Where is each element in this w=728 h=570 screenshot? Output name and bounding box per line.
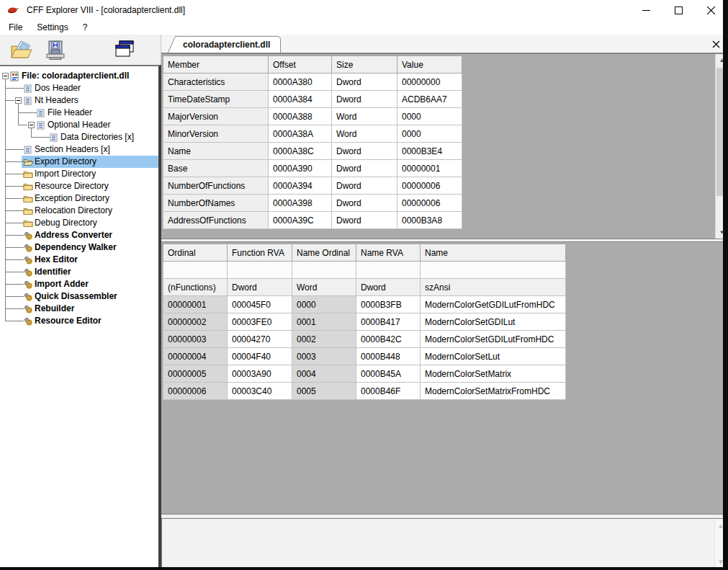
table-cell[interactable]: 00004270 bbox=[228, 331, 292, 348]
empty-header-cell bbox=[163, 262, 228, 279]
tree-item-exception-directory[interactable]: Exception Directory bbox=[0, 192, 158, 205]
left-column: File: coloradapterclient.dllDos HeaderNt… bbox=[0, 35, 161, 570]
table-cell[interactable]: 00000000 bbox=[397, 74, 462, 91]
tree-item-dependency-walker[interactable]: Dependency Walker bbox=[0, 241, 158, 254]
table-cell[interactable]: 0000B3E4 bbox=[397, 143, 462, 160]
table-cell: 0004 bbox=[292, 365, 356, 383]
tree-item-label: Resource Editor bbox=[35, 315, 102, 327]
tree-item-relocation-directory[interactable]: Relocation Directory bbox=[0, 205, 158, 217]
tree-item-file-header[interactable]: File Header bbox=[0, 107, 158, 119]
table-cell[interactable]: 00003C40 bbox=[228, 383, 292, 400]
tab-close-icon[interactable] bbox=[711, 39, 721, 49]
tree-item-rebuilder[interactable]: Rebuilder bbox=[0, 303, 158, 315]
table-cell[interactable]: 0000 bbox=[397, 108, 462, 125]
table-cell[interactable]: 0000B3A8 bbox=[397, 212, 462, 229]
table-cell[interactable]: 0000B42C bbox=[356, 331, 421, 348]
table-cell[interactable]: 0000B448 bbox=[356, 348, 421, 365]
folder-icon bbox=[23, 182, 32, 191]
table-cell[interactable]: ModernColorGetGDILutFromHDC bbox=[421, 296, 566, 313]
file-icon bbox=[10, 71, 19, 81]
table-cell[interactable]: 0000A390 bbox=[269, 160, 332, 177]
table-cell[interactable]: 0000 bbox=[397, 125, 462, 143]
export-functions-table: OrdinalFunction RVAName OrdinalName RVAN… bbox=[163, 244, 566, 400]
table-cell[interactable]: Dword bbox=[332, 74, 397, 91]
table-cell[interactable]: ModernColorSetGDILutFromHDC bbox=[421, 331, 566, 348]
table-cell[interactable]: Dword bbox=[332, 195, 397, 212]
tree-item-label: Dependency Walker bbox=[35, 241, 117, 254]
open-file-button[interactable] bbox=[9, 39, 35, 61]
tree-item-identifier[interactable]: Identifier bbox=[0, 266, 158, 278]
windows-cascade-button[interactable] bbox=[112, 39, 135, 61]
minimize-button[interactable] bbox=[642, 6, 650, 14]
maximize-button[interactable] bbox=[674, 6, 683, 14]
tree-item-import-adder[interactable]: Import Adder bbox=[0, 278, 158, 290]
table-row: 0000000500003A9000040000B45AModernColorS… bbox=[163, 365, 566, 383]
table-cell[interactable]: 0000B3FB bbox=[356, 296, 421, 313]
table-cell[interactable]: 0000A380 bbox=[269, 74, 332, 91]
document-tab-strip: coloradapterclient.dll bbox=[161, 35, 728, 53]
table-cell[interactable]: ModernColorSetGDILut bbox=[421, 313, 566, 331]
table-cell[interactable]: ACDB6AA7 bbox=[397, 91, 462, 108]
tree-item-address-converter[interactable]: Address Converter bbox=[0, 229, 158, 241]
table-cell[interactable]: 00004F40 bbox=[228, 348, 292, 365]
table-cell[interactable]: 0000A38A bbox=[269, 125, 332, 143]
tree-item-nt-headers[interactable]: Nt Headers bbox=[0, 94, 158, 107]
tree-item-file-coloradapterclient-dll[interactable]: File: coloradapterclient.dll bbox=[0, 70, 158, 82]
table-cell[interactable]: 0000B46F bbox=[356, 383, 421, 400]
table-cell[interactable]: 0000B45A bbox=[356, 365, 421, 383]
table-cell[interactable]: Dword bbox=[332, 143, 397, 160]
table-cell[interactable]: 000045F0 bbox=[228, 296, 292, 313]
tree-item-quick-disassembler[interactable]: Quick Disassembler bbox=[0, 290, 158, 303]
table-cell: Base bbox=[163, 160, 269, 177]
tree-item-section-headers-x[interactable]: Section Headers [x] bbox=[0, 143, 158, 156]
table-cell[interactable]: 00000006 bbox=[397, 195, 462, 212]
tree-item-dos-header[interactable]: Dos Header bbox=[0, 82, 158, 94]
table-cell[interactable]: Dword bbox=[332, 212, 397, 229]
table-cell[interactable]: 0000B417 bbox=[356, 313, 421, 331]
table-cell[interactable]: Dword bbox=[332, 177, 397, 195]
table-cell[interactable]: Dword bbox=[332, 91, 397, 108]
tree-collapse-icon[interactable] bbox=[15, 97, 22, 104]
table-cell[interactable]: 0000A398 bbox=[269, 195, 332, 212]
tree-collapse-icon[interactable] bbox=[2, 73, 9, 79]
table-cell[interactable]: 0000A384 bbox=[269, 91, 332, 108]
tree-item-label: Import Adder bbox=[35, 278, 89, 290]
menu-file[interactable]: File bbox=[1, 21, 30, 35]
table-cell[interactable]: 0000A394 bbox=[269, 177, 332, 195]
table-cell[interactable]: 0000A38C bbox=[269, 143, 332, 160]
table-cell[interactable]: 0000A388 bbox=[269, 108, 332, 125]
tree-connector-line bbox=[5, 235, 24, 236]
tree-collapse-icon[interactable] bbox=[28, 122, 35, 128]
tree-connector-line bbox=[5, 149, 24, 150]
column-header: Ordinal bbox=[163, 244, 228, 262]
table-cell[interactable]: 0000A39C bbox=[269, 212, 332, 229]
table-cell[interactable]: ModernColorSetMatrix bbox=[421, 365, 566, 383]
menu-help[interactable]: ? bbox=[76, 21, 95, 35]
table-cell[interactable]: 00003A90 bbox=[228, 365, 292, 383]
tree-item-debug-directory[interactable]: Debug Directory bbox=[0, 217, 158, 229]
table-cell[interactable]: ModernColorSetLut bbox=[421, 348, 566, 365]
tree-item-hex-editor[interactable]: Hex Editor bbox=[0, 254, 158, 266]
table-cell[interactable]: 00000006 bbox=[397, 177, 462, 195]
doc-icon bbox=[36, 108, 45, 117]
table-cell: 00000006 bbox=[163, 383, 228, 400]
table-cell[interactable]: ModernColorSetMatrixFromHDC bbox=[421, 383, 566, 400]
table-cell[interactable]: Word bbox=[332, 125, 397, 143]
close-button[interactable] bbox=[706, 6, 715, 14]
table-cell[interactable]: 00000001 bbox=[397, 160, 462, 177]
save-file-button[interactable] bbox=[43, 39, 68, 61]
tree-item-optional-header[interactable]: Optional Header bbox=[0, 119, 158, 131]
tree-item-data-directories-x[interactable]: Data Directories [x] bbox=[0, 131, 158, 143]
column-header: Member bbox=[163, 56, 269, 74]
table-cell[interactable]: Dword bbox=[332, 160, 397, 177]
table-cell[interactable]: Word bbox=[332, 108, 397, 125]
tree-item-import-directory[interactable]: Import Directory bbox=[0, 168, 158, 180]
table-cell: 00000002 bbox=[163, 313, 228, 331]
document-tab[interactable]: coloradapterclient.dll bbox=[177, 36, 281, 53]
menu-settings[interactable]: Settings bbox=[30, 21, 75, 35]
tree-item-export-directory[interactable]: Export Directory bbox=[0, 156, 158, 168]
tree-item-resource-editor[interactable]: Resource Editor bbox=[0, 315, 158, 327]
tree-connector-line bbox=[5, 186, 24, 187]
table-cell[interactable]: 00003FE0 bbox=[228, 313, 292, 331]
tree-item-resource-directory[interactable]: Resource Directory bbox=[0, 180, 158, 192]
